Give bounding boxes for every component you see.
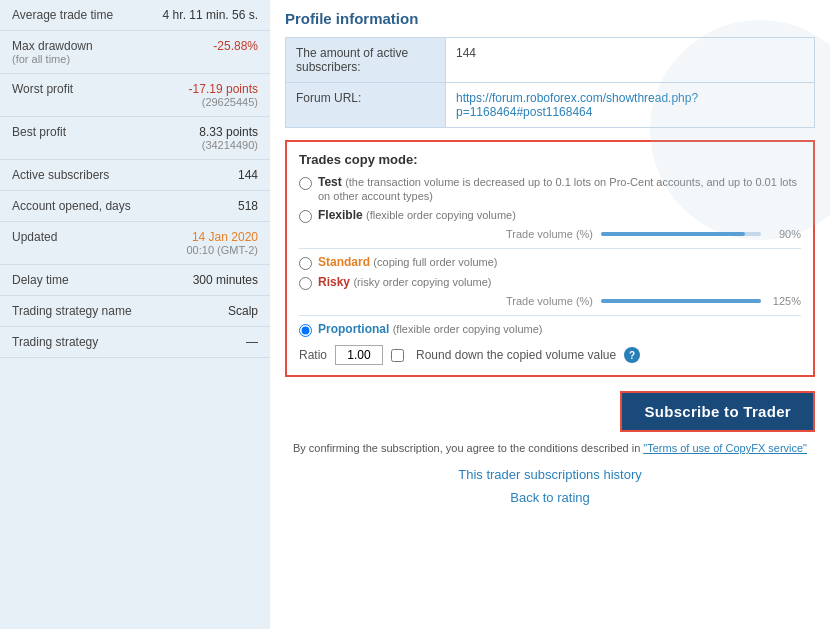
volume-slider-risky: Trade volume (%) 125% — [299, 295, 801, 307]
stat-value: 518 — [238, 199, 258, 213]
stat-value: 144 — [238, 168, 258, 182]
stat-label: Active subscribers — [12, 168, 238, 182]
profile-label: The amount of active subscribers: — [286, 38, 446, 83]
stat-label: Max drawdown (for all time) — [12, 39, 213, 65]
subscriptions-history-link[interactable]: This trader subscriptions history — [458, 467, 642, 482]
copy-mode-option-test: Test (the transaction volume is decrease… — [299, 175, 801, 203]
stat-label: Trading strategy name — [12, 304, 228, 318]
stat-max-drawdown: Max drawdown (for all time) -25.88% — [0, 31, 270, 74]
stat-strategy-name: Trading strategy name Scalp — [0, 296, 270, 327]
copy-mode-radio-standard[interactable] — [299, 257, 312, 270]
stat-value: — — [246, 335, 258, 349]
copy-mode-label-standard[interactable]: Standard (coping full order volume) — [318, 255, 497, 269]
stat-label: Account opened, days — [12, 199, 238, 213]
profile-info-table: The amount of active subscribers: 144 Fo… — [285, 37, 815, 128]
mode-desc-proportional: (flexible order copying volume) — [393, 323, 543, 335]
copy-mode-option-risky: Risky (risky order copying volume) — [299, 275, 801, 290]
profile-label: Forum URL: — [286, 83, 446, 128]
section-title: Profile information — [285, 10, 815, 27]
slider-pct-risky: 125% — [769, 295, 801, 307]
slider-track-risky[interactable] — [601, 299, 761, 303]
mode-desc-test: (the transaction volume is decreased up … — [318, 176, 797, 202]
subscribe-btn-row: Subscribe to Trader — [285, 391, 815, 432]
stat-value: 8.33 points (34214490) — [199, 125, 258, 151]
profile-row-forum: Forum URL: https://forum.roboforex.com/s… — [286, 83, 815, 128]
stat-active-subscribers: Active subscribers 144 — [0, 160, 270, 191]
stat-value: -25.88% — [213, 39, 258, 53]
stat-sub-value: (29625445) — [189, 96, 258, 108]
stat-sub-label: (for all time) — [12, 53, 205, 65]
ratio-row: Ratio Round down the copied volume value… — [299, 345, 801, 365]
copy-mode-title: Trades copy mode: — [299, 152, 801, 167]
copy-mode-box: Trades copy mode: Test (the transaction … — [285, 140, 815, 377]
profile-row-subscribers: The amount of active subscribers: 144 — [286, 38, 815, 83]
volume-label-risky: Trade volume (%) — [506, 295, 593, 307]
profile-value-subscribers: 144 — [446, 38, 815, 83]
ratio-label: Ratio — [299, 348, 327, 362]
copy-mode-label-risky[interactable]: Risky (risky order copying volume) — [318, 275, 492, 289]
help-icon[interactable]: ? — [624, 347, 640, 363]
copy-mode-option-standard: Standard (coping full order volume) — [299, 255, 801, 270]
mode-name-flexible: Flexible — [318, 208, 363, 222]
stat-value: Scalp — [228, 304, 258, 318]
stat-worst-profit: Worst profit -17.19 points (29625445) — [0, 74, 270, 117]
mode-desc-standard: (coping full order volume) — [373, 256, 497, 268]
left-stats-panel: Average trade time 4 hr. 11 min. 56 s. M… — [0, 0, 270, 629]
round-down-label[interactable]: Round down the copied volume value — [416, 348, 616, 362]
stat-delay-time: Delay time 300 minutes — [0, 265, 270, 296]
stat-best-profit: Best profit 8.33 points (34214490) — [0, 117, 270, 160]
bottom-links: This trader subscriptions history Back t… — [285, 467, 815, 505]
stat-label: Worst profit — [12, 82, 189, 96]
right-panel: Profile information The amount of active… — [270, 0, 830, 629]
slider-fill-risky — [601, 299, 761, 303]
mode-name-standard: Standard — [318, 255, 370, 269]
stat-value: 4 hr. 11 min. 56 s. — [163, 8, 258, 22]
stat-trading-strategy: Trading strategy — — [0, 327, 270, 358]
stat-value: -17.19 points (29625445) — [189, 82, 258, 108]
mode-desc-flexible: (flexible order copying volume) — [366, 209, 516, 221]
copy-mode-radio-test[interactable] — [299, 177, 312, 190]
disclaimer-text: By confirming the subscription, you agre… — [293, 442, 640, 454]
mode-name-proportional: Proportional — [318, 322, 389, 336]
mode-name-risky: Risky — [318, 275, 350, 289]
copy-mode-label-test[interactable]: Test (the transaction volume is decrease… — [318, 175, 801, 203]
copy-mode-radio-risky[interactable] — [299, 277, 312, 290]
stat-sub-value: (34214490) — [199, 139, 258, 151]
ratio-input[interactable] — [335, 345, 383, 365]
volume-label-flexible: Trade volume (%) — [506, 228, 593, 240]
stat-account-opened: Account opened, days 518 — [0, 191, 270, 222]
profile-value-forum: https://forum.roboforex.com/showthread.p… — [446, 83, 815, 128]
stat-label: Updated — [12, 230, 186, 244]
forum-url-link[interactable]: https://forum.roboforex.com/showthread.p… — [456, 91, 698, 119]
divider2 — [299, 315, 801, 316]
stat-average-trade-time: Average trade time 4 hr. 11 min. 56 s. — [0, 0, 270, 31]
stat-updated: Updated 14 Jan 2020 00:10 (GMT-2) — [0, 222, 270, 265]
slider-fill-flexible — [601, 232, 745, 236]
copy-mode-radio-proportional[interactable] — [299, 324, 312, 337]
stat-sub-value: 00:10 (GMT-2) — [186, 244, 258, 256]
copy-mode-radio-flexible[interactable] — [299, 210, 312, 223]
stat-label: Average trade time — [12, 8, 163, 22]
stat-label: Delay time — [12, 273, 193, 287]
copy-mode-option-flexible: Flexible (flexible order copying volume) — [299, 208, 801, 223]
stat-value: 14 Jan 2020 00:10 (GMT-2) — [186, 230, 258, 256]
stat-value: 300 minutes — [193, 273, 258, 287]
divider — [299, 248, 801, 249]
volume-slider-flexible: Trade volume (%) 90% — [299, 228, 801, 240]
round-down-checkbox[interactable] — [391, 349, 404, 362]
copy-mode-label-flexible[interactable]: Flexible (flexible order copying volume) — [318, 208, 516, 222]
stat-label: Best profit — [12, 125, 199, 139]
copy-mode-label-proportional[interactable]: Proportional (flexible order copying vol… — [318, 322, 542, 336]
main-container: Average trade time 4 hr. 11 min. 56 s. M… — [0, 0, 830, 629]
stat-label: Trading strategy — [12, 335, 246, 349]
terms-link[interactable]: "Terms of use of CopyFX service" — [643, 442, 807, 454]
mode-desc-risky: (risky order copying volume) — [353, 276, 491, 288]
mode-name-test: Test — [318, 175, 342, 189]
subscribe-button[interactable]: Subscribe to Trader — [620, 391, 815, 432]
slider-pct-flexible: 90% — [769, 228, 801, 240]
slider-track-flexible[interactable] — [601, 232, 761, 236]
disclaimer: By confirming the subscription, you agre… — [285, 440, 815, 457]
back-to-rating-link[interactable]: Back to rating — [510, 490, 590, 505]
copy-mode-option-proportional: Proportional (flexible order copying vol… — [299, 322, 801, 337]
